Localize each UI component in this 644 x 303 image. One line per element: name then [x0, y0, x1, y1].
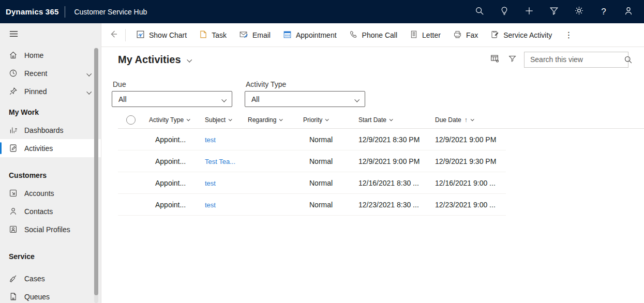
column-header-regarding[interactable]: Regarding — [248, 116, 303, 124]
due-date-cell: 12/9/2021 9:30 PM — [435, 157, 506, 165]
sidebar-item-queues[interactable]: Queues — [0, 287, 101, 303]
due-filter-dropdown[interactable]: All — [112, 91, 232, 107]
column-header-due-date[interactable]: Due Date ↑ — [435, 116, 506, 124]
sidebar-item-label: Cases — [24, 275, 45, 283]
fax-button[interactable]: Fax — [447, 23, 484, 47]
phone-call-button[interactable]: Phone Call — [343, 23, 404, 47]
more-commands-button[interactable]: ⋮ — [560, 23, 577, 47]
sidebar-item-cases[interactable]: Cases — [0, 269, 101, 287]
column-label: Activity Type — [149, 116, 184, 124]
subject-link[interactable]: test — [205, 201, 216, 209]
sidebar-item-contacts[interactable]: Contacts — [0, 202, 101, 220]
appointment-button[interactable]: Appointment — [277, 23, 343, 47]
search-input[interactable] — [525, 55, 624, 64]
command-bar: Show Chart Task Email Appointment — [101, 23, 644, 47]
sidebar-item-label: Activities — [24, 144, 53, 153]
column-header-subject[interactable]: Subject — [205, 116, 248, 124]
subject-link[interactable]: Test Tea... — [205, 158, 235, 165]
priority-cell: Normal — [303, 157, 358, 165]
view-search — [524, 52, 628, 68]
show-chart-button[interactable]: Show Chart — [130, 23, 193, 47]
person-icon — [624, 6, 633, 18]
due-date-cell: 12/9/2021 9:00 PM — [435, 135, 506, 144]
task-button[interactable]: Task — [193, 23, 233, 47]
topbar-actions: ? — [467, 0, 641, 23]
chevron-down-icon[interactable] — [87, 87, 91, 96]
column-header-priority[interactable]: Priority — [303, 116, 358, 124]
sidebar-item-label: Accounts — [24, 189, 54, 198]
sidebar-item-accounts[interactable]: Accounts — [0, 184, 101, 202]
view-selector[interactable]: My Activities — [118, 54, 191, 66]
app-name[interactable]: Customer Service Hub — [74, 8, 147, 16]
back-arrow-icon — [108, 29, 118, 41]
dynamics-365-logo[interactable]: Dynamics 365 — [6, 7, 58, 16]
back-button[interactable] — [101, 23, 125, 47]
start-date-cell: 12/9/2021 9:00 PM — [358, 157, 435, 165]
table-row[interactable]: Appoint... test Normal 12/23/2021 8:30 .… — [118, 194, 506, 216]
plus-icon — [525, 6, 534, 18]
activity-type-filter: Activity Type All — [245, 80, 365, 107]
grid-body: Appoint... test Normal 12/9/2021 8:30 PM… — [118, 129, 506, 216]
show-chart-icon — [136, 30, 145, 40]
table-row[interactable]: Appoint... test Normal 12/16/2021 8:30 .… — [118, 172, 506, 194]
clock-icon — [9, 69, 18, 78]
email-button[interactable]: Email — [233, 23, 277, 47]
column-header-start-date[interactable]: Start Date — [358, 116, 435, 124]
activity-type-filter-dropdown[interactable]: All — [245, 91, 365, 107]
sidebar-item-label: Social Profiles — [24, 225, 70, 234]
chevron-down-icon — [229, 117, 232, 121]
account-button[interactable] — [616, 0, 641, 23]
command-label: Letter — [422, 31, 441, 39]
due-filter-value: All — [118, 95, 127, 103]
page-title: My Activities — [118, 54, 181, 66]
table-row[interactable]: Appoint... Test Tea... Normal 12/9/2021 … — [118, 150, 506, 172]
sidebar-item-dashboards[interactable]: Dashboards — [0, 121, 101, 139]
sidebar-item-pinned[interactable]: Pinned — [0, 82, 101, 100]
activity-type-cell: Appoint... — [149, 157, 205, 165]
subject-link[interactable]: test — [205, 179, 216, 187]
sidebar-scrollbar-thumb[interactable] — [94, 48, 98, 295]
filter-icon — [508, 54, 517, 65]
hamburger-icon — [9, 29, 19, 41]
advanced-filter-button[interactable] — [542, 0, 566, 23]
chevron-down-icon — [187, 55, 191, 64]
select-all-checkbox[interactable] — [126, 115, 136, 125]
sidebar-item-recent[interactable]: Recent — [0, 64, 101, 82]
sidebar-scrollbar[interactable] — [94, 48, 98, 303]
sidebar-section-service: Service — [0, 248, 101, 265]
view-header: My Activities — [101, 47, 644, 72]
sidebar-item-activities[interactable]: Activities — [0, 139, 101, 157]
subject-link[interactable]: test — [205, 136, 216, 144]
fax-icon — [453, 30, 462, 40]
table-row[interactable]: Appoint... test Normal 12/9/2021 8:30 PM… — [118, 129, 506, 150]
search-button[interactable] — [467, 0, 492, 23]
due-filter-label: Due — [112, 80, 232, 88]
sidebar-item-label: Contacts — [24, 207, 53, 216]
column-label: Priority — [303, 116, 322, 124]
command-label: Fax — [466, 31, 478, 39]
sidebar-item-social-profiles[interactable]: Social Profiles — [0, 220, 101, 238]
due-filter: Due All — [112, 80, 232, 107]
edit-filters-button[interactable] — [503, 51, 521, 68]
edit-columns-button[interactable] — [486, 51, 503, 68]
chevron-down-icon[interactable] — [87, 69, 91, 78]
letter-button[interactable]: Letter — [403, 23, 447, 47]
help-button[interactable]: ? — [591, 0, 616, 23]
task-icon — [199, 30, 207, 40]
guided-help-button[interactable] — [492, 0, 517, 23]
sidebar-item-label: Pinned — [24, 87, 47, 96]
grid-header-row: Activity Type Subject Regarding Priority… — [118, 111, 644, 129]
letter-icon — [410, 30, 418, 40]
sidebar-item-label: Recent — [24, 69, 47, 78]
command-label: Show Chart — [149, 31, 187, 39]
create-new-button[interactable] — [517, 0, 542, 23]
column-header-activity-type[interactable]: Activity Type — [149, 116, 205, 124]
sidebar-item-home[interactable]: Home — [0, 46, 101, 64]
search-icon[interactable] — [624, 55, 633, 64]
menu-toggle-button[interactable] — [0, 23, 101, 46]
due-date-cell: 12/16/2021 9:00 ... — [435, 179, 506, 187]
topbar-divider — [65, 6, 65, 18]
chevron-down-icon — [222, 95, 226, 103]
service-activity-button[interactable]: Service Activity — [484, 23, 558, 47]
settings-button[interactable] — [566, 0, 591, 23]
